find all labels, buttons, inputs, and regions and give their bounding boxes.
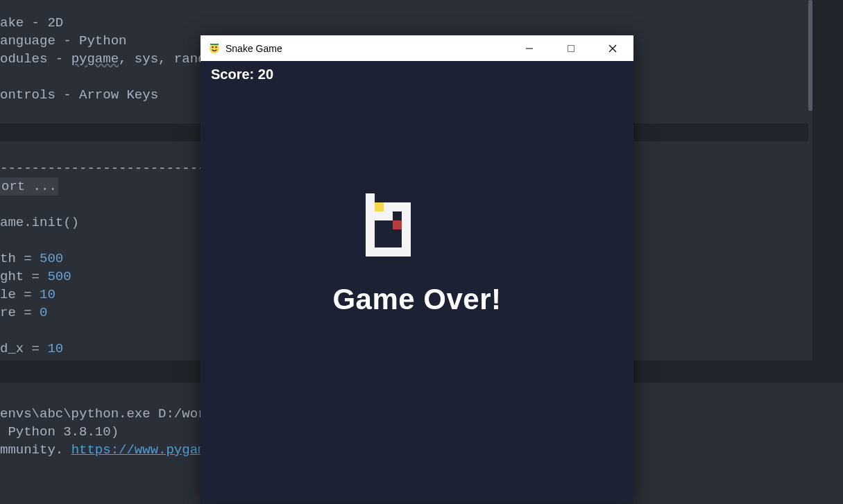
score-display: Score: 20 xyxy=(211,67,273,82)
code-line: ame.init() xyxy=(0,215,79,230)
snake-body-segment xyxy=(402,229,411,238)
window-close-button[interactable] xyxy=(592,35,633,61)
snake-body-segment xyxy=(375,247,384,257)
code-comment-block: ake - 2D anguage - Python odules - pygam… xyxy=(0,14,230,104)
code-line: le = 10 xyxy=(0,287,56,302)
code-line: ght = 500 xyxy=(0,269,71,284)
svg-rect-3 xyxy=(210,44,219,45)
snake-body-segment xyxy=(393,247,402,257)
game-canvas[interactable]: Score: 20 Game Over! xyxy=(201,61,633,503)
svg-rect-5 xyxy=(568,45,574,51)
window-minimize-button[interactable] xyxy=(509,35,550,61)
code-line: ----------------------------- xyxy=(0,161,230,176)
pygame-app-icon xyxy=(209,43,220,54)
svg-point-1 xyxy=(212,46,213,47)
editor-scrollbar-thumb[interactable] xyxy=(808,0,812,111)
code-line: odules - pygame, sys, random, xyxy=(0,51,230,67)
snake-body-segment xyxy=(366,202,375,211)
code-line: th = 500 xyxy=(0,251,63,266)
snake-body-segment xyxy=(366,238,375,247)
svg-point-2 xyxy=(215,46,216,47)
snake-body-segment xyxy=(384,211,393,220)
code-line: re = 0 xyxy=(0,305,47,320)
snake-head xyxy=(375,202,384,211)
snake-body-segment xyxy=(375,211,384,220)
code-fold-import[interactable]: ort ... xyxy=(0,177,58,195)
snake-body-segment xyxy=(366,193,375,202)
pygame-window: Snake Game Score: 20 Game Over! xyxy=(201,35,633,503)
snake-body-segment xyxy=(402,238,411,247)
snake-body-segment xyxy=(366,247,375,257)
svg-point-0 xyxy=(210,44,219,53)
snake-body-segment xyxy=(366,220,375,229)
terminal-line: Python 3.8.10) xyxy=(0,424,119,440)
code-main-block: ----------------------------- ort ... am… xyxy=(0,159,230,358)
snake-body-segment xyxy=(393,202,402,211)
code-line: anguage - Python xyxy=(0,33,126,49)
window-maximize-button[interactable] xyxy=(550,35,592,61)
code-line: ake - 2D xyxy=(0,15,63,31)
terminal-line: envs\abc\python.exe D:/work/p xyxy=(0,406,230,422)
snake-body-segment xyxy=(402,211,411,220)
snake-body-segment xyxy=(402,247,411,257)
snake-body-segment xyxy=(402,202,411,211)
code-line: d_x = 10 xyxy=(0,341,63,356)
game-over-text: Game Over! xyxy=(332,283,501,316)
snake-body-segment xyxy=(402,220,411,229)
food xyxy=(393,220,402,229)
window-title: Snake Game xyxy=(225,43,282,54)
score-value: 20 xyxy=(258,67,273,82)
snake-body-segment xyxy=(384,202,393,211)
snake-body-segment xyxy=(384,247,393,257)
snake-body-segment xyxy=(366,229,375,238)
terminal-output: envs\abc\python.exe D:/work/p Python 3.8… xyxy=(0,405,230,459)
code-line: ontrols - Arrow Keys xyxy=(0,87,158,103)
snake-body-segment xyxy=(366,211,375,220)
window-titlebar[interactable]: Snake Game xyxy=(201,35,633,61)
terminal-line: mmunity. https://www.pygame.o xyxy=(0,442,230,458)
score-label-text: Score: xyxy=(211,67,258,82)
